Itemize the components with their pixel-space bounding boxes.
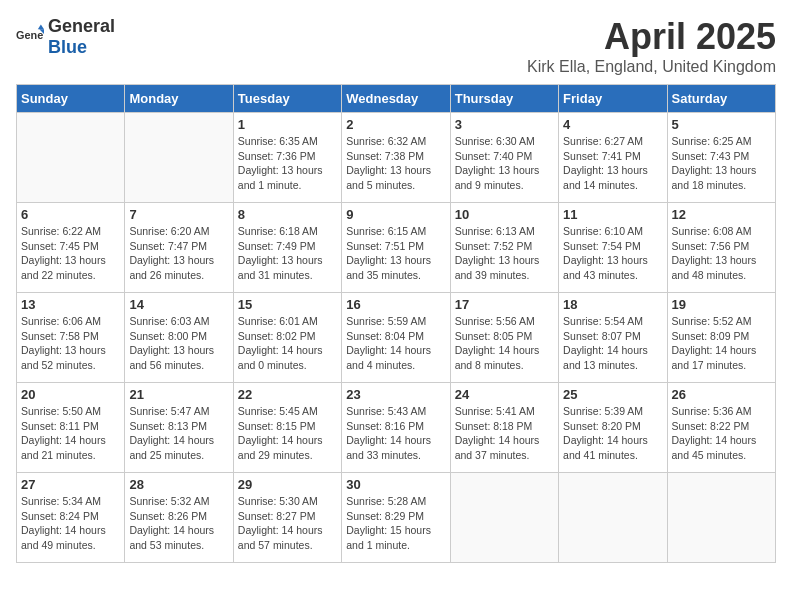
day-number: 2: [346, 117, 445, 132]
day-number: 30: [346, 477, 445, 492]
day-number: 26: [672, 387, 771, 402]
day-number: 4: [563, 117, 662, 132]
calendar-cell: [559, 473, 667, 563]
calendar-cell: 7Sunrise: 6:20 AMSunset: 7:47 PMDaylight…: [125, 203, 233, 293]
day-info: Sunrise: 5:56 AMSunset: 8:05 PMDaylight:…: [455, 314, 554, 373]
day-number: 24: [455, 387, 554, 402]
day-info: Sunrise: 5:45 AMSunset: 8:15 PMDaylight:…: [238, 404, 337, 463]
day-number: 10: [455, 207, 554, 222]
day-info: Sunrise: 5:54 AMSunset: 8:07 PMDaylight:…: [563, 314, 662, 373]
day-info: Sunrise: 6:06 AMSunset: 7:58 PMDaylight:…: [21, 314, 120, 373]
calendar-week-row: 13Sunrise: 6:06 AMSunset: 7:58 PMDayligh…: [17, 293, 776, 383]
day-number: 12: [672, 207, 771, 222]
calendar-cell: 18Sunrise: 5:54 AMSunset: 8:07 PMDayligh…: [559, 293, 667, 383]
day-number: 6: [21, 207, 120, 222]
day-number: 3: [455, 117, 554, 132]
day-number: 9: [346, 207, 445, 222]
day-info: Sunrise: 6:01 AMSunset: 8:02 PMDaylight:…: [238, 314, 337, 373]
day-number: 11: [563, 207, 662, 222]
calendar-cell: 29Sunrise: 5:30 AMSunset: 8:27 PMDayligh…: [233, 473, 341, 563]
day-number: 13: [21, 297, 120, 312]
calendar-cell: 13Sunrise: 6:06 AMSunset: 7:58 PMDayligh…: [17, 293, 125, 383]
day-info: Sunrise: 5:59 AMSunset: 8:04 PMDaylight:…: [346, 314, 445, 373]
calendar-cell: 16Sunrise: 5:59 AMSunset: 8:04 PMDayligh…: [342, 293, 450, 383]
day-number: 22: [238, 387, 337, 402]
day-info: Sunrise: 5:36 AMSunset: 8:22 PMDaylight:…: [672, 404, 771, 463]
calendar-cell: 27Sunrise: 5:34 AMSunset: 8:24 PMDayligh…: [17, 473, 125, 563]
calendar-cell: 1Sunrise: 6:35 AMSunset: 7:36 PMDaylight…: [233, 113, 341, 203]
day-number: 28: [129, 477, 228, 492]
calendar-body: 1Sunrise: 6:35 AMSunset: 7:36 PMDaylight…: [17, 113, 776, 563]
day-of-week-header: Friday: [559, 85, 667, 113]
calendar-cell: 4Sunrise: 6:27 AMSunset: 7:41 PMDaylight…: [559, 113, 667, 203]
calendar-cell: 10Sunrise: 6:13 AMSunset: 7:52 PMDayligh…: [450, 203, 558, 293]
logo-blue-text: Blue: [48, 37, 87, 57]
day-info: Sunrise: 5:34 AMSunset: 8:24 PMDaylight:…: [21, 494, 120, 553]
day-info: Sunrise: 6:15 AMSunset: 7:51 PMDaylight:…: [346, 224, 445, 283]
calendar-cell: 23Sunrise: 5:43 AMSunset: 8:16 PMDayligh…: [342, 383, 450, 473]
month-title: April 2025: [527, 16, 776, 58]
calendar-cell: [667, 473, 775, 563]
day-number: 18: [563, 297, 662, 312]
day-info: Sunrise: 6:13 AMSunset: 7:52 PMDaylight:…: [455, 224, 554, 283]
logo-general-text: General: [48, 16, 115, 36]
day-info: Sunrise: 5:41 AMSunset: 8:18 PMDaylight:…: [455, 404, 554, 463]
day-number: 5: [672, 117, 771, 132]
day-of-week-header: Thursday: [450, 85, 558, 113]
day-number: 7: [129, 207, 228, 222]
day-of-week-header: Tuesday: [233, 85, 341, 113]
calendar-week-row: 27Sunrise: 5:34 AMSunset: 8:24 PMDayligh…: [17, 473, 776, 563]
day-info: Sunrise: 6:08 AMSunset: 7:56 PMDaylight:…: [672, 224, 771, 283]
day-info: Sunrise: 6:27 AMSunset: 7:41 PMDaylight:…: [563, 134, 662, 193]
svg-marker-1: [38, 25, 44, 30]
day-info: Sunrise: 6:20 AMSunset: 7:47 PMDaylight:…: [129, 224, 228, 283]
svg-text:General: General: [16, 29, 44, 41]
day-of-week-header: Sunday: [17, 85, 125, 113]
day-number: 1: [238, 117, 337, 132]
day-info: Sunrise: 6:03 AMSunset: 8:00 PMDaylight:…: [129, 314, 228, 373]
day-number: 17: [455, 297, 554, 312]
calendar-cell: 6Sunrise: 6:22 AMSunset: 7:45 PMDaylight…: [17, 203, 125, 293]
day-number: 8: [238, 207, 337, 222]
day-info: Sunrise: 5:28 AMSunset: 8:29 PMDaylight:…: [346, 494, 445, 553]
calendar-cell: [125, 113, 233, 203]
calendar-cell: 22Sunrise: 5:45 AMSunset: 8:15 PMDayligh…: [233, 383, 341, 473]
calendar-cell: 21Sunrise: 5:47 AMSunset: 8:13 PMDayligh…: [125, 383, 233, 473]
calendar-cell: 26Sunrise: 5:36 AMSunset: 8:22 PMDayligh…: [667, 383, 775, 473]
day-number: 15: [238, 297, 337, 312]
calendar-cell: 8Sunrise: 6:18 AMSunset: 7:49 PMDaylight…: [233, 203, 341, 293]
day-number: 27: [21, 477, 120, 492]
day-of-week-header: Saturday: [667, 85, 775, 113]
day-of-week-header: Wednesday: [342, 85, 450, 113]
day-info: Sunrise: 5:47 AMSunset: 8:13 PMDaylight:…: [129, 404, 228, 463]
calendar-cell: 9Sunrise: 6:15 AMSunset: 7:51 PMDaylight…: [342, 203, 450, 293]
calendar-week-row: 20Sunrise: 5:50 AMSunset: 8:11 PMDayligh…: [17, 383, 776, 473]
day-of-week-header: Monday: [125, 85, 233, 113]
calendar-header-row: SundayMondayTuesdayWednesdayThursdayFrid…: [17, 85, 776, 113]
calendar-cell: 25Sunrise: 5:39 AMSunset: 8:20 PMDayligh…: [559, 383, 667, 473]
calendar-cell: 5Sunrise: 6:25 AMSunset: 7:43 PMDaylight…: [667, 113, 775, 203]
day-info: Sunrise: 5:30 AMSunset: 8:27 PMDaylight:…: [238, 494, 337, 553]
day-number: 19: [672, 297, 771, 312]
day-info: Sunrise: 5:43 AMSunset: 8:16 PMDaylight:…: [346, 404, 445, 463]
day-info: Sunrise: 6:35 AMSunset: 7:36 PMDaylight:…: [238, 134, 337, 193]
calendar-cell: 3Sunrise: 6:30 AMSunset: 7:40 PMDaylight…: [450, 113, 558, 203]
day-info: Sunrise: 6:32 AMSunset: 7:38 PMDaylight:…: [346, 134, 445, 193]
day-info: Sunrise: 5:52 AMSunset: 8:09 PMDaylight:…: [672, 314, 771, 373]
calendar-cell: 11Sunrise: 6:10 AMSunset: 7:54 PMDayligh…: [559, 203, 667, 293]
day-number: 29: [238, 477, 337, 492]
calendar-cell: 15Sunrise: 6:01 AMSunset: 8:02 PMDayligh…: [233, 293, 341, 383]
calendar-cell: 20Sunrise: 5:50 AMSunset: 8:11 PMDayligh…: [17, 383, 125, 473]
day-number: 21: [129, 387, 228, 402]
calendar-cell: 17Sunrise: 5:56 AMSunset: 8:05 PMDayligh…: [450, 293, 558, 383]
calendar-cell: [450, 473, 558, 563]
day-number: 23: [346, 387, 445, 402]
day-info: Sunrise: 6:10 AMSunset: 7:54 PMDaylight:…: [563, 224, 662, 283]
calendar-cell: 28Sunrise: 5:32 AMSunset: 8:26 PMDayligh…: [125, 473, 233, 563]
calendar-week-row: 1Sunrise: 6:35 AMSunset: 7:36 PMDaylight…: [17, 113, 776, 203]
day-info: Sunrise: 6:30 AMSunset: 7:40 PMDaylight:…: [455, 134, 554, 193]
day-info: Sunrise: 5:32 AMSunset: 8:26 PMDaylight:…: [129, 494, 228, 553]
calendar-week-row: 6Sunrise: 6:22 AMSunset: 7:45 PMDaylight…: [17, 203, 776, 293]
calendar-cell: 30Sunrise: 5:28 AMSunset: 8:29 PMDayligh…: [342, 473, 450, 563]
calendar-cell: 14Sunrise: 6:03 AMSunset: 8:00 PMDayligh…: [125, 293, 233, 383]
